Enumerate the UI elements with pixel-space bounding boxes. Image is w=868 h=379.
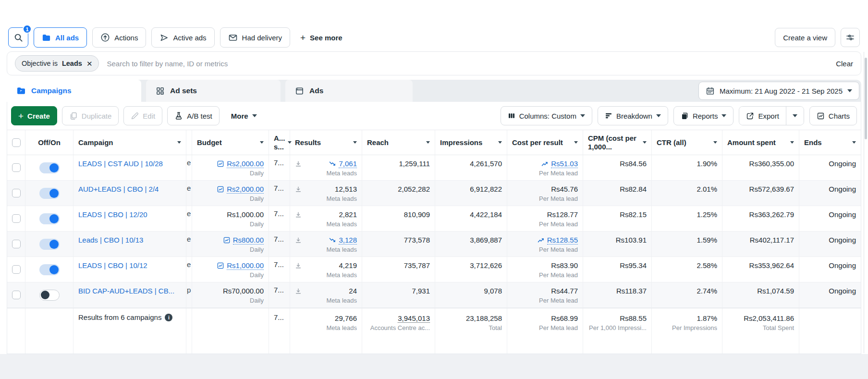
download-icon[interactable] [295, 237, 302, 244]
column-header-reach[interactable]: Reach [362, 130, 435, 155]
results-metric: Meta leads [295, 297, 357, 304]
row-checkbox[interactable] [12, 163, 21, 172]
filter-chip-objective[interactable]: Objective is Leads ✕ [15, 55, 99, 72]
column-header-attribution[interactable]: A...s... [269, 130, 290, 155]
campaign-toggle[interactable] [39, 162, 60, 173]
download-icon[interactable] [295, 262, 302, 269]
row-checkbox[interactable] [12, 291, 21, 299]
tab-ads[interactable]: Ads [285, 80, 413, 102]
campaign-link[interactable]: LEADS | CBO | 12/20 [78, 209, 147, 219]
column-header-ends[interactable]: Ends [799, 130, 861, 155]
tab-ad-sets[interactable]: Ad sets [146, 80, 281, 102]
download-icon[interactable] [295, 160, 302, 167]
clear-filters-link[interactable]: Clear [836, 60, 853, 68]
more-button[interactable]: More [224, 106, 264, 125]
bid-strategy-truncated: e [187, 235, 191, 243]
campaign-link[interactable]: AUD+LEADS | CBO | 2/4 [78, 184, 159, 193]
duplicate-button[interactable]: Duplicate [62, 106, 119, 125]
column-header-budget[interactable]: Budget [192, 130, 269, 155]
campaign-link[interactable]: LEADS | CST AUD | 10/28 [78, 159, 163, 168]
breakdown-button[interactable]: Breakdown [598, 106, 668, 125]
filter-tab-had-delivery[interactable]: Had delivery [220, 27, 290, 48]
ctr-value: 1.25% [697, 210, 717, 219]
filter-tab-all-ads[interactable]: All ads [34, 27, 87, 48]
budget-value: Rs1,000.00 [227, 261, 264, 270]
bottom-strip [0, 354, 868, 379]
toggle-knob [49, 214, 59, 223]
chevron-down-icon [656, 114, 661, 117]
export-button[interactable]: Export [739, 107, 785, 125]
column-header-cost-per-result[interactable]: Cost per result [507, 130, 583, 155]
export-split-button: Export [739, 106, 804, 125]
scrollbar-thumb[interactable] [865, 58, 867, 139]
cost-per-result-metric: Per Meta lead [512, 246, 578, 253]
export-options-button[interactable] [786, 107, 804, 125]
search-button[interactable]: 1 [8, 27, 28, 48]
column-header-campaign[interactable]: Campaign [73, 130, 186, 155]
edit-button[interactable]: Edit [123, 106, 162, 125]
create-view-button[interactable]: Create a view [775, 28, 835, 47]
campaign-link[interactable]: Leads | CBO | 10/13 [78, 235, 143, 244]
campaign-toggle[interactable] [39, 290, 60, 301]
sort-caret-icon [852, 141, 856, 144]
columns-button[interactable]: Columns: Custom [501, 106, 592, 125]
row-checkbox[interactable] [12, 214, 21, 223]
campaign-toggle[interactable] [39, 264, 60, 275]
chevron-down-icon [252, 114, 257, 117]
ab-test-button[interactable]: A/B test [167, 106, 220, 125]
vertical-scrollbar[interactable] [864, 52, 867, 353]
filter-search-input[interactable] [107, 60, 828, 68]
budget-type: Daily [197, 195, 264, 202]
cost-per-result-metric: Per Meta lead [512, 297, 578, 304]
campaign-link[interactable]: LEADS | CBO | 10/12 [78, 260, 147, 269]
campaign-toggle[interactable] [39, 239, 60, 250]
info-icon[interactable]: i [165, 314, 172, 321]
results-value: 12,513 [335, 185, 357, 193]
filter-tab-actions[interactable]: Actions [92, 27, 146, 48]
sort-caret-icon [498, 141, 502, 144]
table-header: Off/On Campaign Budget A...s... Results … [7, 130, 861, 155]
reports-button[interactable]: Reports [673, 106, 734, 125]
chevron-down-icon [580, 114, 585, 117]
amount-spent-value: Rs1,074.59 [757, 287, 794, 295]
charts-button[interactable]: Charts [809, 106, 857, 125]
impressions-value: 4,261,570 [470, 159, 502, 168]
tab-campaigns[interactable]: Campaigns [7, 80, 141, 102]
download-icon[interactable] [295, 288, 302, 294]
select-all-checkbox[interactable] [12, 138, 21, 147]
row-checkbox[interactable] [12, 189, 21, 197]
remove-filter-icon[interactable]: ✕ [86, 60, 93, 67]
attribution-setting: 7... [274, 235, 284, 243]
reach-value: 1,259,111 [399, 159, 430, 168]
results-metric: Meta leads [295, 170, 357, 177]
sort-caret-icon [574, 141, 578, 144]
ctr-value: 2.74% [697, 287, 717, 295]
campaign-toggle[interactable] [39, 213, 60, 224]
download-icon[interactable] [295, 211, 302, 218]
column-header-amount-spent[interactable]: Amount spent [722, 130, 799, 155]
see-more-button[interactable]: + See more [295, 27, 347, 48]
create-button[interactable]: + Create [11, 106, 57, 125]
reach-value: 735,787 [404, 261, 430, 269]
column-header-ctr[interactable]: CTR (all) [652, 130, 722, 155]
sort-caret-icon [426, 141, 430, 144]
column-header-cpm[interactable]: CPM (cost per 1,000... [583, 130, 652, 155]
table-row: BID CAP-AUD+LEADS | CB... p Rs70,000.00 … [7, 282, 861, 308]
cost-per-result-value: Rs128.77 [547, 210, 578, 219]
amount-spent-value: Rs353,962.64 [749, 261, 794, 269]
cost-per-result-value: Rs51.03 [551, 159, 578, 168]
filter-tab-active-ads[interactable]: Active ads [151, 27, 214, 48]
trend-down-icon [329, 161, 336, 167]
download-icon[interactable] [295, 186, 302, 193]
view-settings-button[interactable] [841, 28, 860, 47]
attribution-setting: 7... [274, 184, 284, 192]
column-header-results[interactable]: Results [290, 130, 362, 155]
campaign-link[interactable]: BID CAP-AUD+LEADS | CB... [78, 286, 174, 295]
budget-value: Rs70,000.00 [223, 287, 264, 295]
row-checkbox[interactable] [12, 240, 21, 248]
column-header-impressions[interactable]: Impressions [435, 130, 507, 155]
date-range-selector[interactable]: Maximum: 21 Aug 2022 - 21 Sep 2025 [698, 82, 859, 100]
campaign-toggle[interactable] [39, 188, 60, 199]
estimated-reach-total[interactable]: 3,945,013 [398, 314, 430, 323]
row-checkbox[interactable] [12, 265, 21, 274]
